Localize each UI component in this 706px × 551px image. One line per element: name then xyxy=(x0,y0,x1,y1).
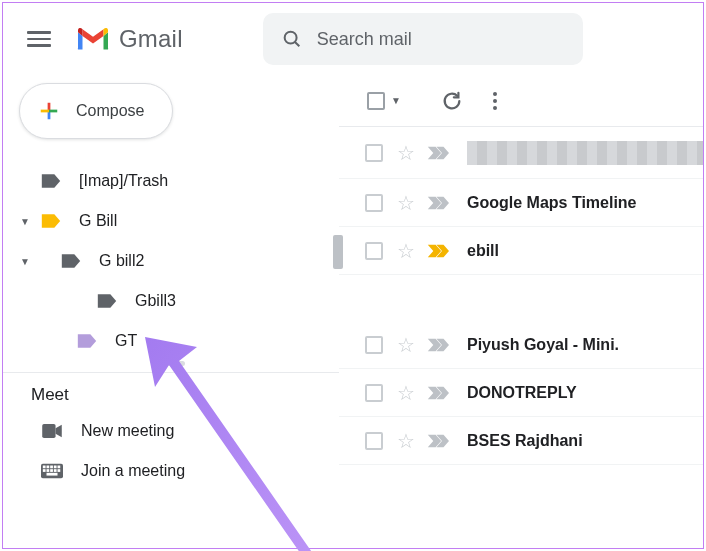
svg-rect-12 xyxy=(58,466,61,469)
svg-line-1 xyxy=(295,42,299,46)
label-icon xyxy=(41,213,61,229)
mail-row[interactable]: ☆Piyush Goyal - Mini. xyxy=(339,321,703,369)
compose-label: Compose xyxy=(76,102,144,120)
meet-item-label: New meeting xyxy=(81,422,174,440)
row-checkbox[interactable] xyxy=(365,242,383,260)
chevron-down-icon[interactable]: ▼ xyxy=(17,256,33,267)
meet-section-header: Meet xyxy=(3,377,339,411)
label-text: Gbill3 xyxy=(135,292,176,310)
row-checkbox[interactable] xyxy=(365,432,383,450)
svg-rect-11 xyxy=(54,466,57,469)
importance-marker[interactable] xyxy=(427,243,449,259)
sidebar-label-gbill3[interactable]: Gbill3 xyxy=(3,281,339,321)
label-icon xyxy=(41,173,61,189)
mail-row[interactable]: ☆ xyxy=(339,127,703,179)
star-icon[interactable]: ☆ xyxy=(397,335,415,355)
svg-rect-9 xyxy=(47,466,50,469)
meet-item-label: Join a meeting xyxy=(81,462,185,480)
row-checkbox[interactable] xyxy=(365,194,383,212)
row-checkbox[interactable] xyxy=(365,336,383,354)
importance-marker[interactable] xyxy=(427,433,449,449)
meet-join-meeting[interactable]: Join a meeting xyxy=(3,451,339,491)
plus-icon xyxy=(38,100,60,122)
importance-marker[interactable] xyxy=(427,195,449,211)
mail-row[interactable]: ☆BSES Rajdhani xyxy=(339,417,703,465)
search-input[interactable] xyxy=(317,29,537,50)
mail-row[interactable]: ☆DONOTREPLY xyxy=(339,369,703,417)
svg-rect-18 xyxy=(47,473,58,476)
row-checkbox[interactable] xyxy=(365,384,383,402)
svg-rect-13 xyxy=(43,469,46,472)
meet-new-meeting[interactable]: New meeting xyxy=(3,411,339,451)
star-icon[interactable]: ☆ xyxy=(397,193,415,213)
svg-rect-6 xyxy=(42,424,55,438)
refresh-button[interactable] xyxy=(441,90,463,112)
gmail-logo-text: Gmail xyxy=(119,25,183,53)
sidebar-label-gt[interactable]: GT xyxy=(3,321,339,361)
svg-point-0 xyxy=(284,32,296,44)
sender-redacted xyxy=(467,141,703,165)
sidebar-divider xyxy=(3,372,339,373)
mail-row[interactable]: ☆Google Maps Timeline xyxy=(339,179,703,227)
keyboard-icon xyxy=(41,463,63,479)
label-icon xyxy=(77,333,97,349)
star-icon[interactable]: ☆ xyxy=(397,431,415,451)
svg-rect-15 xyxy=(50,469,53,472)
sender-name: BSES Rajdhani xyxy=(467,432,583,450)
star-icon[interactable]: ☆ xyxy=(397,241,415,261)
gmail-m-icon xyxy=(75,24,111,54)
star-icon[interactable]: ☆ xyxy=(397,143,415,163)
select-all-checkbox[interactable] xyxy=(367,92,385,110)
label-icon xyxy=(61,253,81,269)
video-icon xyxy=(41,423,63,439)
sender-name: Piyush Goyal - Mini. xyxy=(467,336,619,354)
importance-marker[interactable] xyxy=(427,385,449,401)
sidebar-label-g-bill2[interactable]: ▼G bill2 xyxy=(3,241,339,281)
gmail-logo[interactable]: Gmail xyxy=(75,24,183,54)
svg-rect-17 xyxy=(58,469,61,472)
label-text: G bill2 xyxy=(99,252,144,270)
mail-toolbar: ▼ xyxy=(339,75,703,127)
svg-rect-16 xyxy=(54,469,57,472)
svg-rect-8 xyxy=(43,466,46,469)
chevron-down-icon[interactable]: ▼ xyxy=(17,216,33,227)
svg-rect-14 xyxy=(47,469,50,472)
star-icon[interactable]: ☆ xyxy=(397,383,415,403)
search-icon xyxy=(281,28,303,50)
sender-name: Google Maps Timeline xyxy=(467,194,637,212)
compose-button[interactable]: Compose xyxy=(19,83,173,139)
label-text: GT xyxy=(115,332,137,350)
sidebar-label-g-bill[interactable]: ▼G Bill xyxy=(3,201,339,241)
label-text: [Imap]/Trash xyxy=(79,172,168,190)
label-text: G Bill xyxy=(79,212,117,230)
sender-name: ebill xyxy=(467,242,499,260)
more-button[interactable] xyxy=(493,92,497,110)
sidebar-label-imap-trash[interactable]: [Imap]/Trash xyxy=(3,161,339,201)
importance-marker[interactable] xyxy=(427,145,449,161)
sidebar-resize-handle[interactable] xyxy=(157,361,185,366)
label-list: [Imap]/Trash▼G Bill▼G bill2Gbill3GT xyxy=(3,161,339,361)
importance-marker[interactable] xyxy=(427,337,449,353)
svg-rect-10 xyxy=(50,466,53,469)
search-bar[interactable] xyxy=(263,13,583,65)
label-icon xyxy=(97,293,117,309)
main-menu-button[interactable] xyxy=(27,27,51,51)
sidebar-scrollbar[interactable] xyxy=(333,235,343,269)
row-checkbox[interactable] xyxy=(365,144,383,162)
mail-row[interactable]: ☆ebill xyxy=(339,227,703,275)
select-dropdown-icon[interactable]: ▼ xyxy=(391,95,401,106)
sender-name: DONOTREPLY xyxy=(467,384,577,402)
